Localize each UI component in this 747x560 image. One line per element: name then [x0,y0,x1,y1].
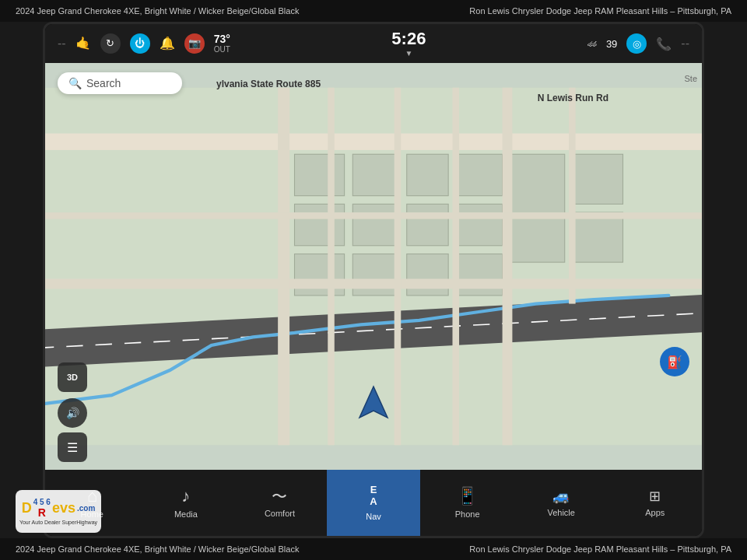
vehicle-icon: 🚙 [552,489,570,503]
search-icon: 🔍 [68,77,82,89]
temperature-display: 73° OUT [214,33,230,55]
watermark-tagline: Your Auto Dealer SuperHighway [19,520,97,525]
dash-left: -- [58,37,66,51]
speed-icon: 🏎 [587,38,597,49]
svg-rect-13 [457,254,503,295]
road-label-lewis: N Lewis Run Rd [538,93,608,103]
svg-rect-21 [278,88,289,445]
svg-rect-7 [352,204,398,245]
top-info-bar: 2024 Jeep Grand Cherokee 4XE, Bright Whi… [0,0,747,22]
phone-nav-icon: 📱 [457,488,478,505]
top-bar-dealer-info: Ron Lewis Chrysler Dodge Jeep RAM Pleasa… [469,6,731,16]
status-center-section: 5:26 ▼ [391,30,426,58]
svg-rect-14 [510,154,564,262]
nav-direction-indicator: EA [370,485,377,507]
comfort-label: Comfort [265,509,295,518]
speed-value: 39 [606,38,617,50]
svg-rect-8 [407,204,448,245]
svg-rect-27 [569,88,576,304]
nav-media[interactable]: ♪ Media [139,470,233,536]
bottom-bar-dealer-info: Ron Lewis Chrysler Dodge Jeep RAM Pleasa… [469,544,731,554]
svg-rect-10 [295,254,345,295]
road-label-885: ylvania State Route 885 [216,79,321,89]
svg-rect-19 [45,134,702,150]
phone-icon[interactable]: 🤙 [75,36,91,51]
svg-rect-16 [573,212,622,262]
nav-label: Nav [366,512,381,521]
svg-rect-20 [45,279,702,289]
nav-nav[interactable]: EA Nav [327,470,421,536]
svg-rect-6 [295,204,345,245]
map-area[interactable]: 🔍 Search ylvania State Route 885 N Lewis… [45,63,702,470]
status-bar: -- 🤙 ↻ ⏻ 🔔 📷 73° OUT 5:26 ▼ 🏎 39 [45,24,702,63]
menu-button[interactable]: ☰ [58,432,87,462]
time-chevron[interactable]: ▼ [405,49,412,58]
svg-marker-28 [359,387,388,418]
dealerrevs-watermark: D 4 5 6 R evs .com Your Auto Dealer Supe… [16,490,101,533]
nav-phone[interactable]: 📱 Phone [420,470,514,536]
svg-rect-11 [352,254,398,295]
status-left-section: -- 🤙 ↻ ⏻ 🔔 📷 73° OUT [58,33,230,55]
power-icon[interactable]: ⏻ [130,33,150,54]
sync-icon[interactable]: ↻ [100,33,121,54]
bottom-bar-vehicle-info: 2024 Jeep Grand Cherokee 4XE, Bright Whi… [16,544,299,554]
fuel-icon: ⛽ [667,355,682,369]
svg-rect-9 [457,204,503,245]
menu-icon: ☰ [67,440,78,455]
infotainment-screen: -- 🤙 ↻ ⏻ 🔔 📷 73° OUT 5:26 ▼ 🏎 39 [43,22,704,538]
phone-right-icon[interactable]: 📞 [656,37,672,51]
apps-label: Apps [645,508,665,517]
status-right-section: 🏎 39 ◎ 📞 -- [587,33,689,54]
bottom-navigation: ⌂ Home ♪ Media 〜 Comfort EA Nav 📱 Phone … [45,470,702,536]
nav-apps[interactable]: ⊞ Apps [608,470,702,536]
bell-icon[interactable]: 🔔 [160,36,175,51]
dash-right: -- [681,37,689,51]
apps-icon: ⊞ [649,489,661,503]
3d-toggle-button[interactable]: 3D [58,362,87,392]
svg-rect-26 [452,88,459,445]
nav-vehicle[interactable]: 🚙 Vehicle [514,470,608,536]
location-active-icon[interactable]: ◎ [626,33,647,54]
phone-label: Phone [455,509,480,519]
fuel-button[interactable]: ⛽ [660,347,689,376]
svg-rect-22 [503,88,513,445]
bottom-info-bar: 2024 Jeep Grand Cherokee 4XE, Bright Whi… [0,538,747,560]
svg-rect-25 [395,88,402,445]
top-bar-vehicle-info: 2024 Jeep Grand Cherokee 4XE, Bright Whi… [16,6,299,16]
svg-rect-3 [352,154,398,195]
svg-rect-23 [45,212,702,219]
volume-icon: 🔊 [66,407,79,419]
svg-rect-24 [328,88,335,445]
search-bar[interactable]: 🔍 Search [58,72,182,94]
media-icon: ♪ [181,488,190,505]
road-label-ste: Ste [684,74,697,83]
camera-icon[interactable]: 📷 [184,33,205,54]
3d-label: 3D [67,373,78,382]
svg-rect-2 [295,154,345,195]
svg-rect-15 [573,154,622,204]
current-location-indicator [358,385,389,423]
svg-rect-12 [407,254,448,295]
svg-rect-4 [407,154,448,195]
vehicle-label: Vehicle [547,508,574,517]
media-label: Media [174,509,198,519]
nav-comfort[interactable]: 〜 Comfort [233,470,327,536]
watermark-logo: D 4 5 6 R evs .com [22,499,96,519]
volume-button[interactable]: 🔊 [58,398,87,428]
search-text: Search [86,77,121,89]
svg-rect-5 [457,154,503,195]
comfort-icon: 〜 [272,488,287,504]
